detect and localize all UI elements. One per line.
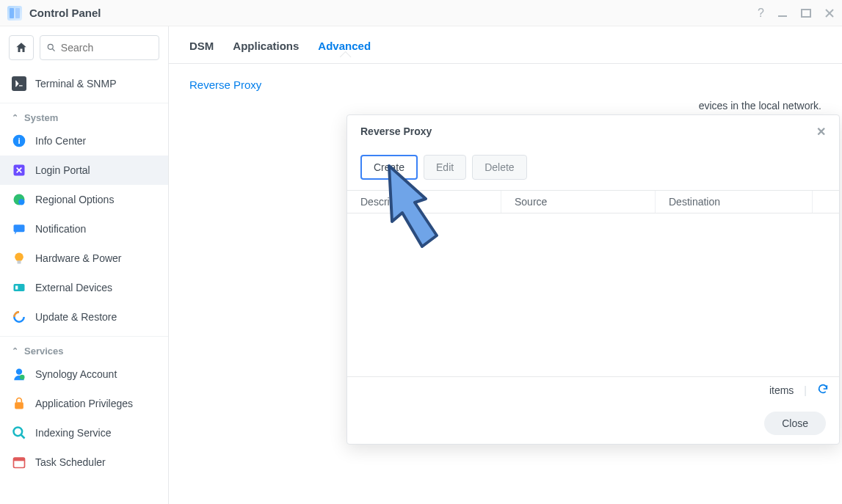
- titlebar: Control Panel ?: [0, 0, 842, 26]
- sidebar-item-regional-options[interactable]: Regional Options: [0, 185, 168, 214]
- tabs: DSM Applications Advanced: [169, 26, 842, 64]
- bulb-icon: [12, 251, 26, 266]
- svg-point-4: [48, 44, 53, 49]
- svg-point-17: [20, 375, 25, 380]
- sidebar-item-label: Notification: [35, 223, 86, 235]
- svg-point-16: [16, 369, 22, 375]
- items-count-label: items: [769, 384, 794, 396]
- chat-icon: [12, 222, 26, 236]
- svg-text:i: i: [18, 136, 20, 145]
- dialog-header: Reverse Proxy ✕: [347, 115, 839, 147]
- svg-point-10: [18, 199, 24, 205]
- terminal-icon: [12, 76, 26, 91]
- tab-dsm[interactable]: DSM: [189, 40, 214, 63]
- svg-rect-0: [778, 15, 787, 17]
- app-icon: [7, 6, 22, 21]
- svg-rect-11: [14, 224, 25, 232]
- search-icon: [46, 42, 57, 54]
- sidebar-item-label: Info Center: [35, 135, 86, 147]
- table-header: Description Source Destination: [347, 190, 839, 213]
- dialog-footer: Close: [347, 403, 839, 444]
- svg-rect-18: [15, 402, 23, 409]
- delete-button: Delete: [472, 155, 526, 180]
- search-input[interactable]: [61, 42, 153, 54]
- refresh-button[interactable]: [817, 383, 829, 398]
- section-description: evices in the local network.: [189, 100, 821, 112]
- svg-rect-22: [14, 458, 25, 461]
- globe-icon: [12, 192, 26, 207]
- sidebar-item-label: Indexing Service: [35, 427, 112, 439]
- portal-icon: [12, 163, 26, 178]
- window-title: Control Panel: [29, 7, 101, 19]
- dialog-close-icon[interactable]: ✕: [816, 125, 826, 139]
- calendar-icon: [12, 455, 26, 470]
- tab-applications[interactable]: Applications: [233, 40, 299, 63]
- col-description[interactable]: Description: [347, 191, 501, 213]
- dialog-statusbar: items |: [347, 376, 839, 403]
- sidebar-item-login-portal[interactable]: Login Portal: [0, 156, 168, 185]
- sidebar: Terminal & SNMP ⌃ System i Info Center L…: [0, 26, 169, 504]
- info-icon: i: [12, 134, 26, 148]
- svg-rect-1: [802, 10, 810, 17]
- svg-rect-15: [15, 286, 18, 290]
- svg-rect-13: [18, 260, 21, 263]
- sidebar-item-notification[interactable]: Notification: [0, 214, 168, 244]
- svg-point-19: [14, 428, 23, 437]
- sidebar-item-synology-account[interactable]: Synology Account: [0, 359, 168, 389]
- close-icon[interactable]: [824, 8, 835, 18]
- svg-line-5: [53, 49, 55, 51]
- sidebar-item-label: Regional Options: [35, 194, 114, 205]
- home-icon: [15, 41, 28, 54]
- dialog-title: Reverse Proxy: [360, 125, 432, 137]
- refresh-icon: [817, 383, 829, 395]
- col-extra[interactable]: [813, 191, 839, 213]
- sidebar-item-label: Terminal & SNMP: [35, 78, 116, 90]
- sidebar-item-label: Login Portal: [35, 164, 90, 176]
- sidebar-item-terminal-snmp[interactable]: Terminal & SNMP: [0, 69, 168, 98]
- person-icon: [12, 367, 26, 381]
- tab-advanced[interactable]: Advanced: [318, 40, 371, 63]
- maximize-icon[interactable]: [801, 8, 811, 18]
- section-title: Reverse Proxy: [189, 78, 821, 91]
- sidebar-item-hardware-power[interactable]: Hardware & Power: [0, 244, 168, 273]
- devices-icon: [12, 280, 26, 295]
- lock-icon: [12, 396, 26, 411]
- sidebar-item-label: Application Privileges: [35, 398, 133, 409]
- sidebar-item-label: Synology Account: [35, 368, 117, 380]
- content-area: DSM Applications Advanced Reverse Proxy …: [169, 26, 842, 504]
- sidebar-heading-system[interactable]: ⌃ System: [0, 103, 168, 126]
- search-field[interactable]: [40, 35, 159, 60]
- svg-line-20: [21, 435, 25, 439]
- sidebar-item-task-scheduler[interactable]: Task Scheduler: [0, 448, 168, 477]
- create-button[interactable]: Create: [360, 155, 418, 180]
- minimize-icon[interactable]: [777, 8, 788, 18]
- chevron-up-icon: ⌃: [12, 346, 18, 356]
- close-button[interactable]: Close: [764, 412, 826, 435]
- sidebar-item-label: External Devices: [35, 282, 112, 293]
- sidebar-item-application-privileges[interactable]: Application Privileges: [0, 389, 168, 418]
- svg-point-12: [15, 253, 23, 262]
- svg-rect-14: [14, 284, 25, 291]
- col-destination[interactable]: Destination: [656, 191, 813, 213]
- sidebar-item-external-devices[interactable]: External Devices: [0, 273, 168, 302]
- refresh-icon: [12, 310, 26, 324]
- sidebar-item-info-center[interactable]: i Info Center: [0, 126, 168, 156]
- sidebar-item-update-restore[interactable]: Update & Restore: [0, 302, 168, 332]
- reverse-proxy-dialog: Reverse Proxy ✕ Create Edit Delete Descr…: [346, 114, 840, 445]
- home-button[interactable]: [9, 35, 34, 60]
- edit-button: Edit: [424, 155, 466, 180]
- sidebar-item-indexing-service[interactable]: Indexing Service: [0, 418, 168, 448]
- sidebar-heading-services[interactable]: ⌃ Services: [0, 336, 168, 359]
- table-body: [347, 213, 839, 376]
- sidebar-item-label: Task Scheduler: [35, 456, 106, 468]
- help-icon[interactable]: ?: [758, 7, 764, 20]
- chevron-up-icon: ⌃: [12, 113, 18, 123]
- sidebar-item-label: Update & Restore: [35, 311, 117, 323]
- dialog-toolbar: Create Edit Delete: [347, 147, 839, 180]
- col-source[interactable]: Source: [501, 191, 656, 213]
- magnifier-icon: [12, 426, 26, 440]
- sidebar-item-label: Hardware & Power: [35, 252, 122, 264]
